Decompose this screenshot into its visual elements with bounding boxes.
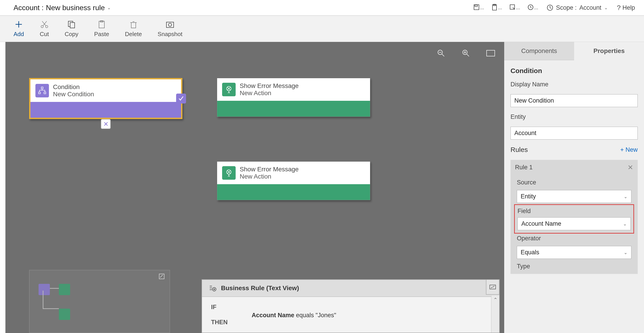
toolbar: Add Cut Copy Paste Delete Snapshot: [0, 16, 644, 42]
cut-button[interactable]: Cut: [40, 20, 49, 38]
paste-icon: [97, 20, 106, 29]
scope-value: Account: [579, 4, 602, 11]
source-value: Entity: [521, 193, 536, 200]
help-label: Help: [622, 4, 635, 11]
svg-rect-10: [70, 22, 75, 28]
chevron-down-icon: ⌄: [624, 250, 628, 255]
title-prefix: Account :: [14, 4, 44, 12]
cut-label: Cut: [40, 31, 49, 38]
if-rest: equals "Jones": [294, 312, 336, 318]
svg-point-7: [41, 26, 43, 28]
paste-button[interactable]: Paste: [94, 20, 109, 38]
trash-icon: [129, 20, 138, 29]
scope-label: Scope :: [556, 4, 577, 11]
rule-1-label: Rule 1: [515, 164, 532, 171]
title-name: New business rule: [46, 4, 105, 12]
then-label: THEN: [211, 319, 252, 326]
source-select[interactable]: Entity⌄: [517, 190, 631, 203]
plus-icon: [14, 20, 23, 29]
minimap[interactable]: [29, 270, 170, 333]
design-canvas[interactable]: Condition New Condition ✕: [6, 42, 504, 333]
header-bar: Account : New business rule ⌄ ... ... ..…: [0, 0, 644, 16]
new-rule-button[interactable]: + New: [620, 146, 638, 153]
clock-icon: [546, 4, 553, 11]
tab-properties[interactable]: Properties: [574, 42, 644, 60]
zoom-in-button[interactable]: [461, 49, 470, 58]
action2-title: Show Error Message: [240, 166, 298, 173]
chevron-down-icon: ⌄: [623, 221, 627, 226]
chevron-down-icon: ⌄: [624, 194, 628, 199]
svg-rect-13: [131, 22, 136, 28]
scope-dropdown[interactable]: Scope : Account ⌄: [546, 4, 608, 11]
rule-title-dropdown[interactable]: Account : New business rule ⌄: [14, 4, 111, 12]
svg-rect-1: [475, 5, 477, 6]
minimap-expand-icon[interactable]: [159, 274, 166, 280]
copy-button[interactable]: Copy: [65, 20, 78, 38]
action1-title: Show Error Message: [240, 82, 298, 90]
entity-label: Entity: [510, 114, 638, 120]
field-value: Account Name: [521, 220, 561, 227]
type-label: Type: [517, 263, 631, 270]
action1-subtitle: New Action: [240, 90, 298, 97]
scissors-icon: [40, 20, 49, 29]
copy-icon: [67, 20, 76, 29]
help-button[interactable]: ? Help: [617, 4, 635, 12]
delete-button[interactable]: Delete: [125, 20, 142, 38]
camera-icon: [166, 20, 174, 29]
chevron-down-icon: ⌄: [604, 5, 608, 10]
operator-value: Equals: [521, 249, 539, 256]
text-view-expand-button[interactable]: [486, 279, 500, 295]
false-branch-badge[interactable]: ✕: [101, 119, 111, 129]
condition-node[interactable]: Condition New Condition ✕: [29, 78, 182, 119]
save-icon[interactable]: ...: [474, 3, 484, 12]
snapshot-label: Snapshot: [158, 31, 182, 38]
text-view-icon: [209, 284, 216, 292]
action2-subtitle: New Action: [240, 173, 298, 180]
text-view-title: Business Rule (Text View): [221, 284, 299, 292]
error-action-icon: [222, 166, 236, 180]
field-select[interactable]: Account Name⌄: [518, 217, 631, 230]
fit-screen-button[interactable]: [486, 49, 495, 58]
svg-rect-26: [490, 285, 496, 289]
delete-label: Delete: [125, 31, 142, 38]
field-label: Field: [518, 208, 631, 215]
close-icon[interactable]: ✕: [628, 164, 633, 171]
svg-point-8: [46, 26, 48, 28]
operator-label: Operator: [517, 235, 631, 242]
add-button[interactable]: Add: [14, 20, 24, 38]
operator-select[interactable]: Equals⌄: [517, 246, 631, 259]
if-field: Account Name: [252, 312, 294, 318]
snapshot-button[interactable]: Snapshot: [158, 20, 182, 38]
error-action-icon: [222, 83, 236, 96]
save-as-icon[interactable]: ...: [510, 3, 520, 12]
tab-components[interactable]: Components: [504, 42, 574, 60]
properties-panel: Components Properties Condition Display …: [504, 42, 644, 333]
rules-label: Rules: [510, 146, 528, 154]
display-name-label: Display Name: [510, 81, 638, 88]
svg-rect-19: [41, 87, 43, 89]
action-node-1[interactable]: Show Error Message New Action: [217, 78, 370, 117]
connector-false-v: [106, 130, 106, 184]
display-name-input[interactable]: [510, 94, 638, 107]
action-node-2[interactable]: Show Error Message New Action: [217, 162, 370, 200]
entity-input[interactable]: [510, 127, 638, 140]
copy-label: Copy: [65, 31, 78, 38]
text-view-scrollbar[interactable]: ⌃: [491, 296, 499, 332]
paste-label: Paste: [94, 31, 109, 38]
svg-point-15: [168, 23, 172, 26]
source-label: Source: [517, 179, 631, 186]
true-branch-badge[interactable]: [176, 94, 186, 104]
zoom-out-button[interactable]: [436, 49, 446, 58]
validate-icon[interactable]: ...: [492, 3, 502, 12]
svg-rect-24: [159, 274, 164, 279]
connector-true: [182, 95, 216, 96]
text-view-panel: Business Rule (Text View) IF THEN Accoun…: [202, 279, 500, 333]
add-label: Add: [14, 31, 24, 38]
scroll-up-icon[interactable]: ⌃: [493, 297, 498, 303]
properties-section-title: Condition: [510, 67, 638, 75]
condition-icon: [36, 84, 49, 98]
question-icon: ?: [617, 4, 621, 12]
svg-rect-18: [486, 50, 495, 56]
svg-rect-20: [38, 92, 40, 94]
activate-icon[interactable]: ...: [528, 3, 538, 12]
